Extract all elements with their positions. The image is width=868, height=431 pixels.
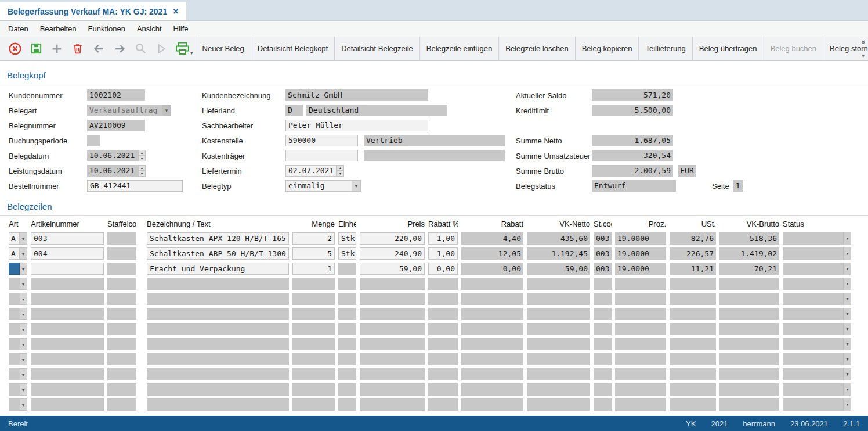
cell-proz[interactable]: 19.0000 bbox=[615, 247, 666, 260]
cell-rabatt_prozent[interactable] bbox=[428, 383, 458, 396]
belegzeile-loeschen-button[interactable]: Belegzeile löschen bbox=[499, 37, 575, 61]
bestellnummer-input[interactable]: GB-412441 bbox=[87, 180, 183, 192]
belegtyp-dropdown-icon[interactable]: ▾ bbox=[352, 180, 361, 192]
save-icon[interactable] bbox=[26, 38, 46, 59]
cell-staffelcode[interactable] bbox=[107, 308, 136, 320]
tab-close-icon[interactable]: × bbox=[173, 7, 178, 16]
cell-einheit[interactable] bbox=[338, 398, 356, 411]
cell-artikelnummer[interactable]: 004 bbox=[31, 247, 104, 260]
delete-icon[interactable] bbox=[67, 38, 88, 59]
cell-art[interactable]: ▾ bbox=[9, 368, 27, 380]
cell-rabatt_prozent[interactable]: 0,00 bbox=[428, 263, 458, 275]
cell-status[interactable]: ▾ bbox=[783, 308, 851, 320]
cell-staffelcode[interactable] bbox=[107, 263, 136, 275]
detailsicht-belegkopf-button[interactable]: Detailsicht Belegkopf bbox=[251, 37, 335, 61]
kundennummer-input[interactable]: 1002102 bbox=[87, 89, 145, 101]
cell-ust[interactable]: 226,57 bbox=[670, 247, 716, 260]
cell-ust[interactable] bbox=[670, 308, 716, 320]
cell-rabatt[interactable] bbox=[461, 398, 523, 411]
cell-art[interactable]: ▾ bbox=[9, 293, 27, 305]
cell-vk_netto[interactable] bbox=[527, 368, 590, 380]
cell-preis[interactable] bbox=[360, 398, 425, 411]
menu-hilfe[interactable]: Hilfe bbox=[168, 21, 194, 37]
status-dropdown-icon[interactable]: ▾ bbox=[843, 232, 851, 245]
cell-staffelcode[interactable] bbox=[107, 323, 136, 335]
menu-funktionen[interactable]: Funktionen bbox=[82, 21, 131, 37]
cell-status[interactable]: ▾ bbox=[783, 353, 851, 365]
cell-vk_brutto[interactable] bbox=[719, 308, 779, 320]
cell-vk_netto[interactable] bbox=[527, 398, 590, 411]
cell-vk_netto[interactable] bbox=[527, 353, 590, 365]
cell-ust[interactable] bbox=[670, 338, 716, 350]
menu-bearbeiten[interactable]: Bearbeiten bbox=[34, 21, 82, 37]
cell-preis[interactable] bbox=[360, 338, 425, 350]
cell-rabatt[interactable]: 0,00 bbox=[461, 263, 523, 275]
cell-rabatt_prozent[interactable] bbox=[428, 338, 458, 350]
cell-staffelcode[interactable] bbox=[107, 247, 136, 260]
lieferland-name-input[interactable]: Deutschland bbox=[306, 105, 447, 116]
liefertermin-input[interactable]: 02.07.2021 bbox=[285, 165, 337, 177]
cell-vk_brutto[interactable]: 518,36 bbox=[719, 232, 779, 245]
cell-art[interactable]: ▾ bbox=[9, 353, 27, 365]
cell-vk_netto[interactable] bbox=[527, 278, 590, 290]
cell-menge[interactable] bbox=[292, 398, 335, 411]
cell-status[interactable]: ▾ bbox=[783, 398, 851, 411]
cell-einheit[interactable] bbox=[338, 263, 356, 275]
cell-einheit[interactable]: Stk bbox=[338, 247, 356, 260]
cell-menge[interactable] bbox=[292, 353, 335, 365]
cell-menge[interactable]: 5 bbox=[292, 247, 335, 260]
cell-st_code[interactable] bbox=[594, 323, 612, 335]
cell-bezeichnung[interactable]: Schaltkasten APX 120 H/B/T 165 bbox=[147, 232, 289, 245]
art-dropdown-icon[interactable]: ▾ bbox=[20, 263, 27, 275]
cell-bezeichnung[interactable] bbox=[147, 383, 289, 396]
cell-st_code[interactable]: 003 bbox=[594, 232, 612, 245]
cell-status[interactable]: ▾ bbox=[783, 368, 851, 380]
cell-preis[interactable]: 59,00 bbox=[360, 263, 425, 275]
cell-st_code[interactable] bbox=[594, 383, 612, 396]
cell-vk_brutto[interactable] bbox=[719, 338, 779, 350]
art-dropdown-icon[interactable]: ▾ bbox=[20, 368, 27, 380]
cell-rabatt[interactable] bbox=[461, 278, 523, 290]
forward-icon[interactable] bbox=[109, 38, 130, 59]
status-dropdown-icon[interactable]: ▾ bbox=[843, 247, 851, 260]
kostentraeger-input[interactable] bbox=[285, 150, 358, 161]
cell-vk_brutto[interactable] bbox=[719, 353, 779, 365]
cell-vk_netto[interactable] bbox=[527, 383, 590, 396]
cell-ust[interactable]: 11,21 bbox=[670, 263, 716, 275]
cell-vk_brutto[interactable] bbox=[719, 278, 779, 290]
status-dropdown-icon[interactable]: ▾ bbox=[843, 308, 851, 320]
cell-proz[interactable] bbox=[615, 293, 666, 305]
cell-proz[interactable] bbox=[615, 383, 666, 396]
cell-artikelnummer[interactable] bbox=[31, 278, 104, 290]
cell-einheit[interactable] bbox=[338, 293, 356, 305]
cell-ust[interactable] bbox=[670, 398, 716, 411]
cell-vk_brutto[interactable] bbox=[719, 293, 779, 305]
cell-art[interactable]: A▾ bbox=[9, 247, 27, 260]
cell-menge[interactable] bbox=[292, 293, 335, 305]
status-dropdown-icon[interactable]: ▾ bbox=[843, 338, 851, 350]
cell-ust[interactable] bbox=[670, 383, 716, 396]
cell-artikelnummer[interactable] bbox=[31, 293, 104, 305]
cell-status[interactable]: ▾ bbox=[783, 278, 851, 290]
cell-status[interactable]: ▾ bbox=[783, 247, 851, 260]
cell-artikelnummer[interactable] bbox=[31, 263, 104, 275]
cell-proz[interactable]: 19.0000 bbox=[615, 263, 666, 275]
active-cell-cursor[interactable] bbox=[9, 263, 20, 275]
kundenbezeichnung-input[interactable]: Schmitz GmbH bbox=[285, 89, 428, 101]
cell-st_code[interactable] bbox=[594, 338, 612, 350]
cell-staffelcode[interactable] bbox=[107, 232, 136, 245]
cell-rabatt_prozent[interactable]: 1,00 bbox=[428, 232, 458, 245]
cell-staffelcode[interactable] bbox=[107, 398, 136, 411]
cell-menge[interactable] bbox=[292, 323, 335, 335]
cell-staffelcode[interactable] bbox=[107, 383, 136, 396]
cell-menge[interactable] bbox=[292, 308, 335, 320]
cell-einheit[interactable]: Stk bbox=[338, 232, 356, 245]
cell-status[interactable]: ▾ bbox=[783, 383, 851, 396]
cell-menge[interactable] bbox=[292, 338, 335, 350]
cell-vk_netto[interactable] bbox=[527, 338, 590, 350]
cell-einheit[interactable] bbox=[338, 353, 356, 365]
cell-art[interactable]: ▾ bbox=[9, 383, 27, 396]
cell-proz[interactable] bbox=[615, 353, 666, 365]
cell-art[interactable]: ▾ bbox=[9, 323, 27, 335]
cell-st_code[interactable]: 003 bbox=[594, 263, 612, 275]
